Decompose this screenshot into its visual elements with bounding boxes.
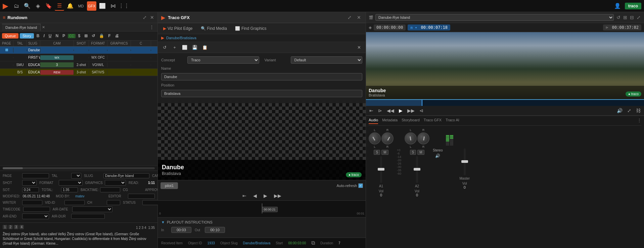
page-num-2[interactable]: 2: [8, 225, 13, 229]
a1-l-knob[interactable]: [369, 132, 381, 144]
queue-tab[interactable]: Queue: [2, 33, 18, 39]
tal-select[interactable]: [71, 173, 81, 179]
air-date-select[interactable]: [72, 206, 112, 212]
total-input[interactable]: [61, 187, 78, 192]
n-btn[interactable]: N: [54, 33, 60, 39]
sot-input[interactable]: [22, 187, 39, 192]
script-icon[interactable]: ☰: [55, 1, 64, 11]
underline-btn[interactable]: U: [47, 33, 53, 39]
add-icon[interactable]: +: [171, 43, 179, 51]
position-input[interactable]: [161, 90, 362, 97]
monitor-icon[interactable]: ⬜: [98, 1, 107, 11]
rewind-icon[interactable]: ⇤: [240, 192, 248, 199]
story-tab[interactable]: Story: [20, 33, 34, 39]
mini-timeline[interactable]: 0 00:01 00:00:21: [158, 200, 366, 217]
table-row[interactable]: B/S EDUCATION LIVE REM 3-shot SAT/V/S: [0, 69, 157, 76]
lock-icon[interactable]: 🔒: [98, 33, 105, 39]
f-btn[interactable]: F: [107, 33, 112, 39]
table-row[interactable]: FIRST WX WX WX OFC: [0, 54, 157, 61]
writer-input[interactable]: [22, 200, 42, 205]
stereo-speaker-icon[interactable]: 🔊: [435, 153, 440, 158]
user-icon[interactable]: 👤: [613, 1, 622, 11]
close-icon[interactable]: ✕: [149, 14, 155, 21]
list-icon[interactable]: ⋮⋮: [119, 1, 129, 11]
page-num-3[interactable]: 3: [14, 225, 18, 229]
frame-icon[interactable]: ⬜: [181, 43, 189, 51]
refresh-icon3[interactable]: ↺: [616, 14, 621, 21]
bell-icon[interactable]: 🔔: [65, 1, 75, 11]
fullscreen-icon[interactable]: ⤢: [626, 107, 633, 114]
prev-icon[interactable]: ◀◀: [385, 107, 396, 114]
find-graphics-item[interactable]: ⬜ Find Graphics: [233, 25, 269, 32]
variant-select[interactable]: Default: [291, 56, 363, 64]
out-input[interactable]: [205, 227, 225, 233]
tab-metadata[interactable]: Metadata: [382, 118, 398, 124]
close-btn[interactable]: ✕: [356, 14, 362, 21]
horizontal-scrollbar[interactable]: [3, 167, 155, 169]
a2-m-btn[interactable]: M: [417, 150, 424, 155]
air-end-select[interactable]: [22, 213, 49, 219]
concept-select[interactable]: Traco: [187, 56, 259, 64]
a2-l-knob[interactable]: [405, 132, 417, 144]
vid-id-input[interactable]: [64, 200, 85, 205]
p-btn[interactable]: P: [61, 33, 66, 39]
bookmark-icon[interactable]: 🔖: [44, 1, 53, 11]
tab-storyboard[interactable]: Storyboard: [402, 118, 420, 124]
play-icon[interactable]: ▶: [262, 192, 269, 199]
refresh-icon[interactable]: ↺: [90, 33, 96, 39]
backtime-input[interactable]: [100, 187, 120, 192]
tab-audio[interactable]: Audio: [369, 118, 378, 124]
format-select[interactable]: [59, 180, 82, 186]
grid4-icon[interactable]: ⊟: [629, 14, 635, 21]
audio-options-icon[interactable]: ⋮: [637, 118, 641, 124]
expand-icon[interactable]: ⤢: [142, 14, 147, 21]
next-icon[interactable]: ▶▶: [406, 107, 416, 114]
viz-pilot-item[interactable]: ▶ Viz Pilot Edge: [161, 25, 195, 32]
a1-r-knob[interactable]: [381, 132, 394, 144]
video-timeline-bar[interactable]: [366, 99, 644, 106]
options-icon[interactable]: ⋮: [148, 23, 155, 31]
a2-s-btn[interactable]: S: [410, 150, 416, 155]
close-tab-icon[interactable]: ✕: [41, 24, 46, 31]
gfx-icon[interactable]: GFX: [87, 1, 96, 11]
close-icon2[interactable]: ✕: [355, 43, 363, 51]
video-title-select[interactable]: Danube-Rye Island: [375, 14, 614, 21]
save-icon[interactable]: 💾: [191, 43, 199, 51]
table-row[interactable]: SMU EDUCATION SUMMIT 3 2-shot VO/W/L: [0, 61, 157, 69]
grid2-icon[interactable]: ⊞: [83, 33, 89, 39]
search-icon[interactable]: 🔍: [22, 1, 32, 11]
vol-icon[interactable]: 🔊: [615, 107, 624, 114]
cc-btn[interactable]: CC: [68, 34, 75, 38]
pilot-button[interactable]: pilot1: [160, 182, 178, 189]
expand-btn[interactable]: ⤢: [346, 14, 353, 21]
graphics-select[interactable]: [105, 180, 126, 186]
a1-fader[interactable]: [378, 168, 384, 171]
master-fader[interactable]: [461, 160, 468, 163]
a2-r-knob[interactable]: [417, 132, 429, 144]
page-num-1[interactable]: 1: [3, 225, 7, 229]
page-input[interactable]: [22, 173, 49, 178]
prev-frame-icon[interactable]: ◀: [251, 192, 259, 199]
table-row[interactable]: Danube-Rye Island: [0, 47, 157, 54]
mark-out-icon[interactable]: ⊲: [418, 107, 425, 114]
print-icon[interactable]: 🖨: [113, 33, 120, 39]
link-icon[interactable]: ⛓: [635, 107, 642, 114]
name-input[interactable]: [161, 73, 362, 80]
copy-icon[interactable]: 📋: [201, 43, 209, 51]
bold-btn[interactable]: B: [35, 33, 41, 39]
mark-in-icon[interactable]: ⊳: [377, 107, 383, 114]
md-icon[interactable]: MD: [76, 1, 86, 11]
play-pause-icon[interactable]: ▶: [398, 107, 404, 114]
italic-btn[interactable]: I: [42, 33, 46, 39]
air-dur-input[interactable]: [71, 214, 105, 219]
in-input[interactable]: [171, 227, 191, 233]
go-in-icon[interactable]: ⇤: [368, 107, 375, 114]
rundown-tab[interactable]: Danube-Rye Island: [2, 24, 41, 31]
shot-select[interactable]: [22, 180, 37, 186]
slug-input[interactable]: [103, 173, 149, 178]
expand2-icon[interactable]: ⤢: [636, 14, 641, 21]
refresh-icon[interactable]: ↺: [160, 43, 169, 51]
tab-traco-ai[interactable]: Traco AI: [446, 118, 459, 124]
a1-s-btn[interactable]: S: [374, 150, 380, 155]
find-media-item[interactable]: 🔍 Find Media: [199, 25, 229, 32]
